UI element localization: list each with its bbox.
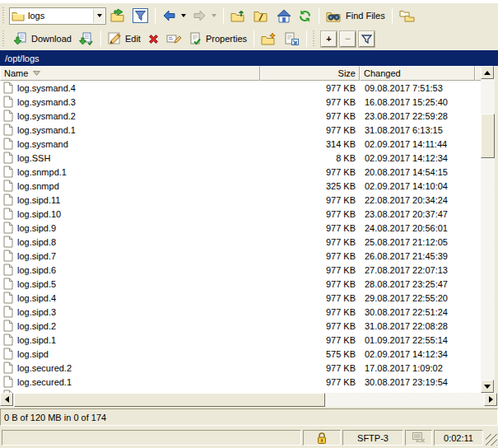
file-row[interactable]: log.sysmand.1 977 KB 31.08.2017 6:13:15 (0, 123, 481, 137)
directory-combo[interactable]: logs (9, 7, 106, 25)
home-icon (277, 9, 291, 23)
root-directory-button[interactable] (250, 7, 273, 26)
add-button[interactable]: + (321, 31, 337, 47)
forward-dropdown-caret[interactable] (212, 14, 216, 17)
vertical-scrollbar[interactable] (481, 66, 495, 393)
file-name: log.sysmand.3 (17, 97, 76, 107)
back-button[interactable] (159, 7, 189, 25)
file-changed: 02.09.2017 14:12:34 (360, 349, 475, 359)
file-row[interactable]: log.sipd.5 977 KB 28.08.2017 23:25:47 (0, 277, 481, 291)
scroll-up-button[interactable] (481, 66, 494, 79)
status-field-session[interactable] (405, 430, 432, 446)
parent-directory-button[interactable] (227, 7, 250, 26)
edit-button[interactable]: Edit (105, 30, 144, 49)
folder-icon (12, 11, 25, 21)
file-row[interactable]: log.sipd.6 977 KB 27.08.2017 22:07:13 (0, 263, 481, 277)
file-changed: 01.09.2017 22:55:14 (360, 335, 475, 345)
file-name: log.sipd.7 (17, 251, 56, 261)
toolbar-separator (100, 30, 101, 47)
synchronize-icon (399, 9, 416, 23)
file-row[interactable]: log.sysmand.2 977 KB 23.08.2017 22:59:28 (0, 109, 481, 123)
file-row[interactable]: log.sipd.1 977 KB 01.09.2017 22:55:14 (0, 333, 481, 347)
file-name: log.sipd.2 (17, 321, 56, 331)
file-row[interactable]: log.sipd.10 977 KB 23.08.2017 20:37:47 (0, 207, 481, 221)
toolbar-separator (254, 30, 254, 47)
scroll-right-button[interactable] (484, 393, 497, 406)
file-changed: 28.08.2017 23:25:47 (360, 279, 475, 289)
toolbar-grip[interactable] (313, 30, 316, 47)
status-field-security[interactable] (303, 430, 341, 446)
file-row[interactable]: log.secured.1 977 KB 30.08.2017 23:19:54 (0, 375, 481, 389)
column-header-row: Name Size Changed (0, 66, 498, 81)
forward-button[interactable] (189, 7, 220, 25)
home-button[interactable] (273, 7, 295, 26)
horizontal-scroll-thumb[interactable] (14, 393, 325, 407)
file-changed: 30.08.2017 23:19:54 (360, 377, 475, 387)
file-row[interactable]: log.snmpd.1 977 KB 20.08.2017 14:54:15 (0, 165, 481, 179)
combo-dropdown-button[interactable] (93, 9, 105, 23)
edit-label: Edit (125, 34, 141, 44)
file-row[interactable]: log.sipd.4 977 KB 29.08.2017 22:55:20 (0, 291, 481, 305)
download-options-button[interactable] (75, 30, 97, 49)
rename-button[interactable] (163, 30, 185, 48)
column-header-size[interactable]: Size (260, 66, 360, 81)
scroll-left-button[interactable] (0, 393, 13, 406)
file-row[interactable]: log.sipd.7 977 KB 26.08.2017 21:45:39 (0, 249, 481, 263)
open-directory-button[interactable] (106, 6, 129, 26)
back-dropdown-caret[interactable] (181, 14, 186, 17)
file-row[interactable]: log.sipd.9 977 KB 24.08.2017 20:56:01 (0, 221, 481, 235)
file-row[interactable]: log.sysmand.4 977 KB 09.08.2017 7:51:53 (0, 81, 481, 95)
file-changed: 31.08.2017 22:08:28 (360, 321, 475, 331)
file-icon (3, 278, 13, 290)
download-label: Download (31, 34, 72, 44)
file-row[interactable]: log.sysmand 314 KB 02.09.2017 14:11:44 (0, 137, 481, 151)
file-changed: 29.08.2017 22:55:20 (360, 293, 475, 303)
find-files-button[interactable]: Find Files (323, 7, 389, 26)
vertical-scroll-thumb[interactable] (481, 114, 495, 158)
session-icon (412, 432, 426, 444)
file-changed: 26.08.2017 21:45:39 (360, 251, 475, 261)
file-size: 977 KB (260, 209, 360, 219)
delete-button[interactable] (144, 30, 163, 48)
file-row[interactable]: log.snmpd 325 KB 02.09.2017 14:10:04 (0, 179, 481, 193)
file-icon (3, 96, 13, 108)
lock-icon (316, 432, 328, 445)
file-row[interactable]: log.sipd.2 977 KB 31.08.2017 22:08:28 (0, 319, 481, 333)
scroll-down-button[interactable] (481, 380, 494, 393)
file-changed: 23.08.2017 20:37:47 (360, 209, 475, 219)
properties-button[interactable]: Properties (185, 30, 250, 49)
filter-button[interactable] (129, 6, 151, 26)
file-row[interactable]: log.sipd.3 977 KB 30.08.2017 22:51:24 (0, 305, 481, 319)
file-name: log.sysmand (17, 139, 68, 149)
file-row[interactable]: log.sipd 575 KB 02.09.2017 14:12:34 (0, 347, 481, 361)
file-name: log.sipd.6 (17, 265, 56, 275)
new-folder-button[interactable] (258, 30, 281, 49)
file-name: log.sysmand.1 (17, 125, 76, 135)
file-row[interactable]: log.sipd.11 977 KB 22.08.2017 20:34:24 (0, 193, 481, 207)
toolbar-grip[interactable] (2, 7, 6, 24)
synchronize-browsing-button[interactable] (396, 7, 419, 26)
session-toolbar: logs (0, 3, 498, 28)
file-panel: Name Size Changed log.sysmand.4 977 KB (0, 66, 498, 407)
address-bar[interactable]: /opt/logs (0, 49, 498, 66)
download-button[interactable]: Download (9, 30, 75, 49)
resize-grip[interactable] (486, 434, 497, 446)
open-remote-button[interactable] (281, 30, 303, 49)
session-time: 0:02:11 (444, 433, 473, 443)
properties-icon (188, 32, 202, 46)
refresh-button[interactable] (295, 7, 315, 26)
file-icon (3, 208, 13, 220)
horizontal-scrollbar[interactable] (0, 393, 498, 407)
file-row[interactable]: log.sipd.8 977 KB 25.08.2017 21:12:05 (0, 235, 481, 249)
file-row[interactable]: log.sysmand.3 977 KB 16.08.2017 15:25:40 (0, 95, 481, 109)
toolbar-grip[interactable] (2, 30, 6, 47)
column-header-name[interactable]: Name (0, 66, 260, 81)
file-row[interactable]: log.SSH 8 KB 02.09.2017 14:12:34 (0, 151, 481, 165)
remove-button[interactable]: − (340, 31, 356, 47)
column-header-changed[interactable]: Changed (360, 66, 475, 81)
file-size: 977 KB (260, 195, 360, 205)
file-actions-toolbar: Download Edit Properties + − (0, 28, 498, 49)
back-icon (162, 9, 176, 22)
filter-list-button[interactable] (359, 31, 375, 47)
file-row[interactable]: log.secured.2 977 KB 17.08.2017 1:09:02 (0, 361, 481, 375)
